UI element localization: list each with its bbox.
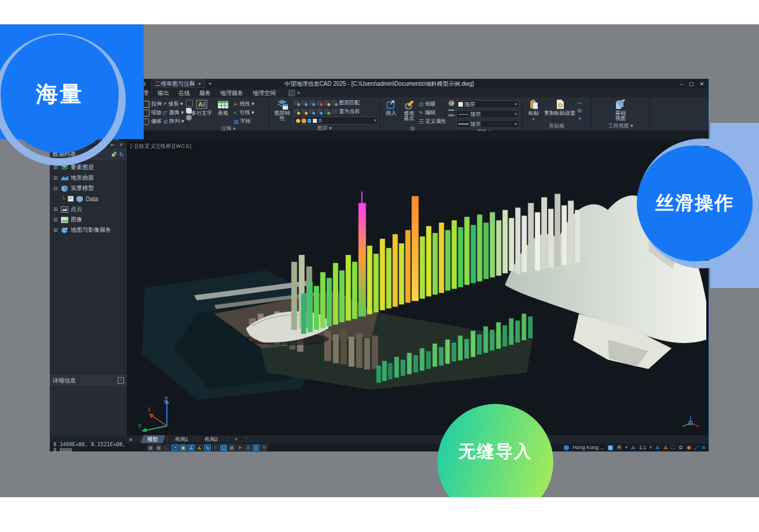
layer-unisolate-icon[interactable] xyxy=(331,100,337,105)
layer-dropdown[interactable]: 0 ▾ xyxy=(294,116,378,125)
grid-display-toggle[interactable]: ▦ xyxy=(147,444,154,451)
scale-chevron-icon[interactable]: ▾ xyxy=(649,445,652,450)
layer-on-icon[interactable] xyxy=(294,100,300,105)
layer-merge-icon[interactable] xyxy=(324,109,330,114)
sort-layers-icon[interactable] xyxy=(112,152,116,156)
layer-prev-icon[interactable] xyxy=(294,109,300,114)
close-button[interactable]: ✕ xyxy=(699,81,704,87)
base-view-button[interactable]: 基础 视图 xyxy=(612,99,629,121)
layer-unlock-icon[interactable] xyxy=(316,109,322,114)
geolocation-toggle[interactable]: ⚲ xyxy=(261,444,268,451)
views-panel-label[interactable]: 工程视图 ▾ xyxy=(592,122,649,130)
menu-output[interactable]: 输出 xyxy=(158,89,169,97)
tree-item-terrain-surface[interactable]: ⊞ 地形曲面 xyxy=(53,173,127,183)
snap-mode-toggle[interactable]: ▦ xyxy=(155,444,162,451)
add-layout-button[interactable]: + xyxy=(228,435,245,443)
menu-online[interactable]: 在线 xyxy=(178,89,190,97)
isolate-icon[interactable]: ◉ xyxy=(687,444,691,450)
menu-geo-space[interactable]: 地理空间 xyxy=(253,89,276,97)
menu-geo-services[interactable]: 地理服务 xyxy=(220,89,243,97)
layer-walk-icon[interactable] xyxy=(301,109,307,114)
selection-cycling-toggle[interactable]: ➤ xyxy=(236,444,243,451)
panel-autohide-icon[interactable]: ⇤ xyxy=(111,142,115,148)
drawing-unit[interactable]: 米 xyxy=(616,444,622,451)
angle-snap-toggle[interactable]: ∠ xyxy=(188,444,195,451)
panel-close-icon[interactable]: ✕ xyxy=(119,142,123,148)
paste-button[interactable]: 粘贴 ▾ xyxy=(526,99,542,122)
object-snap-tracking-toggle[interactable]: ↳ xyxy=(204,444,211,451)
tree-item-image[interactable]: ⊞ 图像 xyxy=(53,214,127,225)
color-dropdown[interactable]: 随层▾ xyxy=(456,100,519,108)
copy-clip-icon[interactable]: ⧉ xyxy=(578,108,582,114)
dynamic-input-toggle[interactable]: ▢ xyxy=(220,444,227,451)
lineweight-toggle[interactable]: ≡ xyxy=(212,444,219,451)
lineweight-icon[interactable] xyxy=(448,114,454,116)
cut-icon[interactable]: ✂ xyxy=(578,100,582,106)
lineweight-dropdown[interactable]: 随层▾ xyxy=(456,120,519,128)
tab-layout2[interactable]: 布局2 xyxy=(198,435,225,443)
tab-model[interactable]: 模型 xyxy=(141,435,166,443)
refresh-icon[interactable]: ↻ xyxy=(119,151,124,158)
linetype-dropdown[interactable]: 随层▾ xyxy=(456,110,519,118)
expand-icon[interactable]: ⊞ xyxy=(53,206,59,212)
workspace-switcher[interactable]: 二维草图与注释 ▼ xyxy=(151,79,205,88)
qat-chevron-icon[interactable]: ▼ xyxy=(208,82,212,86)
annotation-visibility-icon[interactable]: ⟁ xyxy=(655,444,660,451)
array-button[interactable]: ⊞阵列 ▾ xyxy=(163,118,184,125)
annotation-scale-icon[interactable]: ⟁ xyxy=(631,444,636,451)
clipboard-panel-label[interactable]: 剪贴板 xyxy=(523,122,591,130)
isolate-objects-toggle[interactable]: ▯ xyxy=(253,444,260,451)
tab-layout1[interactable]: 布局1 xyxy=(168,435,196,443)
status-menu-icon[interactable]: ≡ xyxy=(702,444,705,450)
viewport[interactable]: [-][自定义][线框][WCS] — xyxy=(127,141,709,435)
annotation-scale-value[interactable]: 1:1 xyxy=(639,444,647,450)
insert-block-button[interactable]: 插入 xyxy=(383,99,399,116)
linear-dim-button[interactable]: ⊢线性 ▾ xyxy=(233,100,254,108)
trim-button[interactable]: ⌿修剪 ▾ xyxy=(163,100,184,108)
match-properties-icon[interactable]: ✦ xyxy=(578,116,582,122)
layer-freeze-icon[interactable] xyxy=(301,100,307,105)
geo-location-icon[interactable] xyxy=(564,445,569,450)
tree-item-map-services[interactable]: ⊞ 地图与影像服务 xyxy=(53,225,127,235)
object-snap-toggle[interactable]: ▣ xyxy=(180,444,187,451)
define-attribute-button[interactable]: ☰定义属性 xyxy=(419,118,446,125)
layer-match-button[interactable]: 图层匹配 xyxy=(339,99,360,107)
expand-icon[interactable]: ⊞ xyxy=(53,227,59,233)
make-current-button[interactable]: 置为当前 xyxy=(339,108,360,115)
layer-thaw-icon[interactable] xyxy=(309,109,315,114)
viewport-controls[interactable]: [-][自定义][线框][WCS] xyxy=(130,143,192,150)
polar-tracking-toggle[interactable]: ◔ xyxy=(171,444,178,451)
offset-button[interactable]: 偏移 xyxy=(143,118,162,125)
snap-tracking-toggle[interactable]: ∡ xyxy=(196,444,203,451)
tree-item-data[interactable]: └ ✓ Data xyxy=(53,194,127,204)
unit-chevron-icon[interactable]: ▾ xyxy=(625,445,627,450)
layer-delete-icon[interactable] xyxy=(331,109,337,114)
block-create-button[interactable]: ⊡创建 xyxy=(419,100,446,108)
mtext-button[interactable]: A 多行文字 xyxy=(191,99,213,116)
color-wheel-icon[interactable] xyxy=(448,100,454,106)
unit-map-icon[interactable]: 图 xyxy=(608,445,613,450)
tree-item-point-cloud[interactable]: ⊞ 点云 xyxy=(53,204,127,214)
field-button[interactable]: ▤字段 xyxy=(233,118,254,125)
collapse-icon[interactable]: ⊟ xyxy=(53,185,59,191)
linetype-icon[interactable] xyxy=(448,110,454,111)
ortho-mode-toggle[interactable]: ∟ xyxy=(163,444,170,451)
data-checkbox[interactable]: ✓ xyxy=(68,196,74,202)
tree-item-reality-model[interactable]: ⊟ 实景模型 xyxy=(53,183,127,194)
scale-button[interactable]: 缩放 xyxy=(143,109,162,116)
stretch-button[interactable]: 拉伸 xyxy=(143,100,162,108)
fillet-button[interactable]: ◸圆角 ▾ xyxy=(163,109,184,116)
layer-off-icon[interactable] xyxy=(316,100,322,105)
collapse-details-button[interactable]: − xyxy=(118,377,124,384)
layer-properties-button[interactable]: 图层特性 xyxy=(272,99,292,121)
annotation-monitor-toggle[interactable]: ☰ xyxy=(245,444,251,451)
location-name[interactable]: Hong Kong ... xyxy=(572,444,604,450)
maximize-button[interactable]: ▢ xyxy=(689,81,694,87)
edit-base-point-button[interactable]: 修改 基点 xyxy=(401,99,417,121)
quick-properties-toggle[interactable]: ▦ xyxy=(228,444,235,451)
settings-gear-icon[interactable]: ✿ xyxy=(678,444,683,450)
menu-services[interactable]: 服务 xyxy=(199,89,211,97)
expand-icon[interactable]: ⊞ xyxy=(53,175,59,181)
annotation-auto-icon[interactable]: ⟁ xyxy=(663,444,668,451)
layer-isolate-icon[interactable] xyxy=(324,100,330,105)
